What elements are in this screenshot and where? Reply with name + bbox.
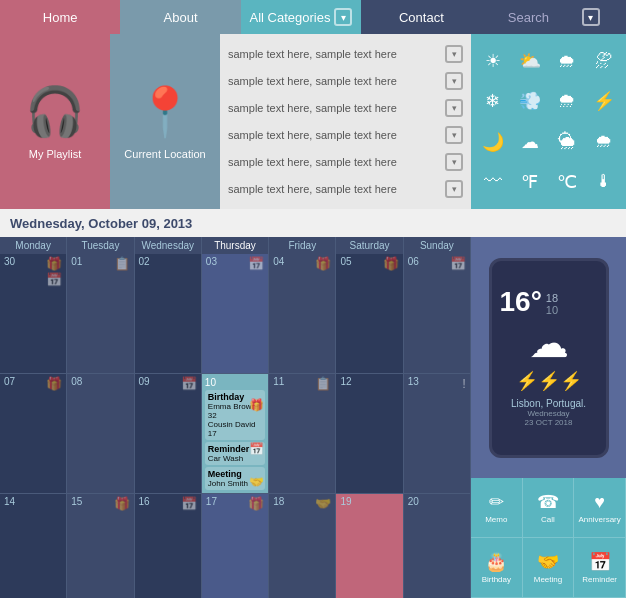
meeting-label: Meeting	[534, 575, 562, 584]
cal-cell-03[interactable]: 03 📅	[202, 254, 269, 374]
categories-dropdown-icon[interactable]: ▾	[334, 8, 352, 26]
cell-icon-17: 🎁	[248, 496, 264, 511]
cell-icon-07: 🎁	[46, 376, 62, 391]
cal-cell-09[interactable]: 09 📅	[135, 374, 202, 494]
cal-cell-18[interactable]: 18 🤝	[269, 494, 336, 598]
day-headers: Monday Tuesday Wednesday Thursday Friday…	[0, 237, 471, 254]
search-dropdown-icon[interactable]: ▾	[582, 8, 600, 26]
cat-arrow-1[interactable]: ▾	[445, 72, 463, 90]
cal-cell-17[interactable]: 17 🎁	[202, 494, 269, 598]
cat-row-0: sample text here, sample text here ▾	[228, 45, 463, 63]
weather-snow-icon: ❄	[485, 90, 500, 112]
weather-waves-icon: 〰	[484, 171, 502, 192]
cal-cell-30[interactable]: 30 🎁 📅	[0, 254, 67, 374]
app-anniversary[interactable]: ♥ Anniversary	[574, 478, 626, 538]
nav-categories[interactable]: All Categories ▾	[241, 0, 361, 34]
gift-icon: 🎁	[249, 398, 264, 412]
cat-arrow-5[interactable]: ▾	[445, 180, 463, 198]
cal-cell-20[interactable]: 20	[404, 494, 471, 598]
day-hdr-tuesday: Tuesday	[67, 237, 134, 254]
cell-icon-03: 📅	[248, 256, 264, 271]
cal-cell-11[interactable]: 11 📋	[269, 374, 336, 494]
panel-playlist[interactable]: 🎧 My Playlist	[0, 34, 110, 209]
calendar-grid: 30 🎁 📅 01 📋 02 03 📅 04 🎁 05 🎁	[0, 254, 471, 598]
anniversary-label: Anniversary	[579, 515, 621, 524]
day-hdr-thursday: Thursday	[202, 237, 269, 254]
nav-about[interactable]: About	[120, 0, 240, 34]
cal-cell-19[interactable]: 19	[336, 494, 403, 598]
cat-text-0: sample text here, sample text here	[228, 48, 397, 60]
memo-icon: ✏	[489, 491, 504, 513]
app-call[interactable]: ☎ Call	[523, 478, 575, 538]
cal-cell-12[interactable]: 12	[336, 374, 403, 494]
panel-weather: ☀ ⛅ 🌧 ⛈ ❄ 💨 🌨 ⚡ 🌙 ☁ 🌦 🌧 〰 ℉ ℃ 🌡	[471, 34, 626, 209]
cell-icon-15: 🎁	[114, 496, 130, 511]
search-input[interactable]	[508, 10, 578, 25]
phone-temperature: 16°	[500, 288, 542, 316]
cat-row-2: sample text here, sample text here ▾	[228, 99, 463, 117]
location-pin-icon: 📍	[135, 84, 195, 140]
phone-frame: 16° 18 10 ☁ ⚡⚡⚡ Lisbon, Portugal. Wednes…	[489, 258, 609, 458]
cat-text-3: sample text here, sample text here	[228, 129, 397, 141]
cal-cell-14[interactable]: 14	[0, 494, 67, 598]
weather-drizzle-icon: 🌦	[558, 131, 576, 152]
cat-text-1: sample text here, sample text here	[228, 75, 397, 87]
weather-hail-icon: 🌨	[558, 91, 576, 112]
cat-arrow-0[interactable]: ▾	[445, 45, 463, 63]
day-hdr-sunday: Sunday	[404, 237, 471, 254]
cat-text-2: sample text here, sample text here	[228, 102, 397, 114]
right-panel: 16° 18 10 ☁ ⚡⚡⚡ Lisbon, Portugal. Wednes…	[471, 237, 626, 598]
calendar-area: Monday Tuesday Wednesday Thursday Friday…	[0, 237, 626, 598]
cell-icon-09: 📅	[181, 376, 197, 391]
cal-cell-05[interactable]: 05 🎁	[336, 254, 403, 374]
app-meeting[interactable]: 🤝 Meeting	[523, 538, 575, 598]
cat-row-4: sample text here, sample text here ▾	[228, 153, 463, 171]
cell-icon-05: 🎁	[383, 256, 399, 271]
phone-temp-high: 18	[546, 292, 558, 304]
cell-icon-04: 🎁	[315, 256, 331, 271]
weather-sun-icon: ☀	[485, 50, 501, 72]
calendar-header: Wednesday, October 09, 2013	[0, 209, 626, 237]
nav-contact[interactable]: Contact	[361, 0, 481, 34]
cell-icon-30: 🎁	[46, 256, 62, 271]
day-hdr-friday: Friday	[269, 237, 336, 254]
weather-cloud-icon: ⛅	[519, 50, 541, 72]
location-label: Current Location	[124, 148, 205, 160]
cal-cell-07[interactable]: 07 🎁	[0, 374, 67, 494]
cat-row-5: sample text here, sample text here ▾	[228, 180, 463, 198]
panel-location[interactable]: 📍 Current Location	[110, 34, 220, 209]
weather-thunder2-icon: ⚡	[593, 90, 615, 112]
weather-fahrenheit-icon: ℉	[521, 171, 538, 193]
headphones-icon: 🎧	[25, 84, 85, 140]
cat-arrow-2[interactable]: ▾	[445, 99, 463, 117]
cal-cell-15[interactable]: 15 🎁	[67, 494, 134, 598]
call-label: Call	[541, 515, 555, 524]
cal-cell-08[interactable]: 08	[67, 374, 134, 494]
cal-cell-04[interactable]: 04 🎁	[269, 254, 336, 374]
phone-date: Wednesday	[527, 409, 569, 418]
nav-categories-label: All Categories	[250, 10, 331, 25]
cal-cell-event-col[interactable]: 10 Birthday Emma Brown 32 Cousin David 1…	[202, 374, 269, 494]
nav-home[interactable]: Home	[0, 0, 120, 34]
reminder-label: Reminder	[582, 575, 617, 584]
cell-icon-06: 📅	[450, 256, 466, 271]
cal-cell-13[interactable]: 13 !	[404, 374, 471, 494]
panel-categories: sample text here, sample text here ▾ sam…	[220, 34, 471, 209]
cat-text-4: sample text here, sample text here	[228, 156, 397, 168]
birthday-icon: 🎂	[485, 551, 507, 573]
app-reminder[interactable]: 📅 Reminder	[574, 538, 626, 598]
app-birthday[interactable]: 🎂 Birthday	[471, 538, 523, 598]
calendar-icon: 📅	[249, 442, 264, 456]
nav-bar: Home About All Categories ▾ Contact ▾	[0, 0, 626, 34]
weather-celsius-icon: ℃	[557, 171, 577, 193]
cat-arrow-4[interactable]: ▾	[445, 153, 463, 171]
cal-cell-02[interactable]: 02	[135, 254, 202, 374]
cal-cell-06[interactable]: 06 📅	[404, 254, 471, 374]
cat-row-3: sample text here, sample text here ▾	[228, 126, 463, 144]
day-hdr-monday: Monday	[0, 237, 67, 254]
cal-cell-16[interactable]: 16 📅	[135, 494, 202, 598]
day-hdr-wednesday: Wednesday	[135, 237, 202, 254]
cal-cell-01a[interactable]: 01 📋	[67, 254, 134, 374]
cat-arrow-3[interactable]: ▾	[445, 126, 463, 144]
app-memo[interactable]: ✏ Memo	[471, 478, 523, 538]
